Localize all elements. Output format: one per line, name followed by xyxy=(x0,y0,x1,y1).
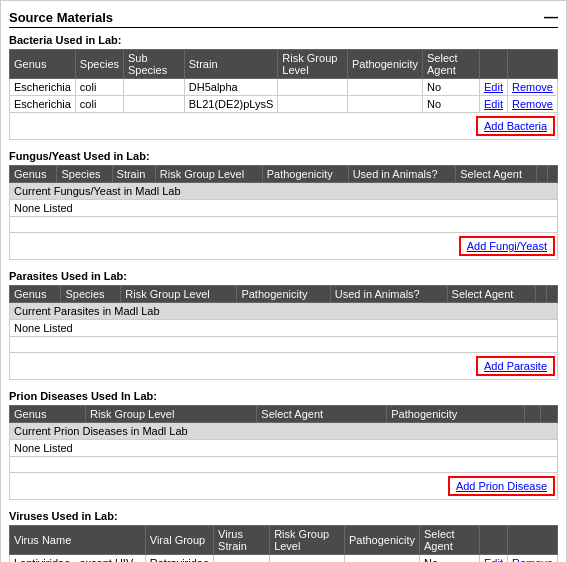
add-fungi-button[interactable]: Add Fungi/Yeast xyxy=(459,236,555,256)
virus-edit-1[interactable]: Edit xyxy=(480,555,508,563)
viruses-col-e1 xyxy=(480,526,508,555)
parasites-header-row: Genus Species Risk Group Level Pathogeni… xyxy=(10,286,558,303)
add-prion-button[interactable]: Add Prion Disease xyxy=(448,476,555,496)
fungi-col-genus: Genus xyxy=(10,166,57,183)
bacteria-add-row: Add Bacteria xyxy=(10,113,558,140)
bacteria-path-2 xyxy=(347,96,422,113)
bacteria-edit-1[interactable]: Edit xyxy=(480,79,508,96)
prion-col-risk: Risk Group Level xyxy=(86,406,257,423)
fungi-col-risk: Risk Group Level xyxy=(155,166,262,183)
parasites-col-e2 xyxy=(546,286,557,303)
parasites-add-cell: Add Parasite xyxy=(10,353,558,380)
parasites-current-label: Current Parasites in Madl Lab xyxy=(10,303,558,320)
prion-empty-row xyxy=(10,457,558,473)
bacteria-col-species: Species xyxy=(75,50,123,79)
viruses-header-row: Virus Name Viral Group Virus Strain Risk… xyxy=(10,526,558,555)
bacteria-risk-2 xyxy=(278,96,348,113)
fungi-section-title: Fungus/Yeast Used in Lab: xyxy=(9,150,558,162)
bacteria-risk-1 xyxy=(278,79,348,96)
virus-remove-1[interactable]: Remove xyxy=(507,555,557,563)
bacteria-col-path: Pathogenicity xyxy=(347,50,422,79)
bacteria-genus-2: Escherichia xyxy=(10,96,76,113)
table-row: Escherichia coli DH5alpha No Edit Remove xyxy=(10,79,558,96)
prion-section: Prion Diseases Used In Lab: Genus Risk G… xyxy=(9,390,558,500)
parasites-empty-row xyxy=(10,337,558,353)
parasites-section: Parasites Used in Lab: Genus Species Ris… xyxy=(9,270,558,380)
virus-path-1 xyxy=(344,555,419,563)
prion-col-select: Select Agent xyxy=(257,406,387,423)
viruses-col-e2 xyxy=(507,526,557,555)
bacteria-section-title: Bacteria Used in Lab: xyxy=(9,34,558,46)
fungi-empty-cell xyxy=(10,217,558,233)
fungi-table: Genus Species Strain Risk Group Level Pa… xyxy=(9,165,558,260)
bacteria-remove-1[interactable]: Remove xyxy=(508,79,558,96)
table-row: Lentiviridae , except HIV-1 and HI Retro… xyxy=(10,555,558,563)
add-bacteria-button[interactable]: Add Bacteria xyxy=(476,116,555,136)
prion-header-row: Genus Risk Group Level Select Agent Path… xyxy=(10,406,558,423)
bacteria-select-1: No xyxy=(423,79,480,96)
prion-col-genus: Genus xyxy=(10,406,86,423)
table-row: Escherichia coli BL21(DE2)pLysS No Edit … xyxy=(10,96,558,113)
bacteria-col-sub: Sub Species xyxy=(124,50,185,79)
virus-risk-1 xyxy=(270,555,345,563)
bacteria-col-remove xyxy=(508,50,558,79)
prion-col-e1 xyxy=(524,406,541,423)
bacteria-sub-2 xyxy=(124,96,185,113)
bacteria-col-edit xyxy=(480,50,508,79)
prion-current-row: Current Prion Diseases in Madl Lab xyxy=(10,423,558,440)
viruses-col-select: Select Agent xyxy=(420,526,480,555)
prion-add-row: Add Prion Disease xyxy=(10,473,558,500)
bacteria-edit-2[interactable]: Edit xyxy=(480,96,508,113)
viruses-col-name: Virus Name xyxy=(10,526,146,555)
add-parasite-button[interactable]: Add Parasite xyxy=(476,356,555,376)
prion-none-label: None Listed xyxy=(10,440,558,457)
fungi-header-row: Genus Species Strain Risk Group Level Pa… xyxy=(10,166,558,183)
viruses-section-title: Viruses Used in Lab: xyxy=(9,510,558,522)
bacteria-table: Genus Species Sub Species Strain Risk Gr… xyxy=(9,49,558,140)
virus-group-1: Retroviridae xyxy=(145,555,213,563)
fungi-add-row: Add Fungi/Yeast xyxy=(10,233,558,260)
parasites-none-label: None Listed xyxy=(10,320,558,337)
fungi-col-e2 xyxy=(547,166,557,183)
viruses-table: Virus Name Viral Group Virus Strain Risk… xyxy=(9,525,558,562)
prion-empty-cell xyxy=(10,457,558,473)
virus-select-1: No xyxy=(420,555,480,563)
parasites-none-row: None Listed xyxy=(10,320,558,337)
fungi-col-strain: Strain xyxy=(112,166,155,183)
bacteria-remove-2[interactable]: Remove xyxy=(508,96,558,113)
parasites-col-genus: Genus xyxy=(10,286,61,303)
fungi-section: Fungus/Yeast Used in Lab: Genus Species … xyxy=(9,150,558,260)
parasites-empty-cell xyxy=(10,337,558,353)
viruses-section: Viruses Used in Lab: Virus Name Viral Gr… xyxy=(9,510,558,562)
bacteria-path-1 xyxy=(347,79,422,96)
source-materials-panel: Source Materials — Bacteria Used in Lab:… xyxy=(0,0,567,562)
bacteria-col-select: Select Agent xyxy=(423,50,480,79)
bacteria-col-genus: Genus xyxy=(10,50,76,79)
bacteria-section: Bacteria Used in Lab: Genus Species Sub … xyxy=(9,34,558,140)
fungi-current-label: Current Fungus/Yeast in Madl Lab xyxy=(10,183,558,200)
panel-title: Source Materials xyxy=(9,10,113,25)
fungi-none-label: None Listed xyxy=(10,200,558,217)
parasites-col-species: Species xyxy=(61,286,121,303)
fungi-col-species: Species xyxy=(57,166,112,183)
prion-table: Genus Risk Group Level Select Agent Path… xyxy=(9,405,558,500)
bacteria-strain-2: BL21(DE2)pLysS xyxy=(184,96,278,113)
fungi-col-select: Select Agent xyxy=(456,166,537,183)
bacteria-sub-1 xyxy=(124,79,185,96)
bacteria-col-strain: Strain xyxy=(184,50,278,79)
panel-header: Source Materials — xyxy=(9,9,558,28)
bacteria-genus-1: Escherichia xyxy=(10,79,76,96)
bacteria-col-risk: Risk Group Level xyxy=(278,50,348,79)
prion-section-title: Prion Diseases Used In Lab: xyxy=(9,390,558,402)
fungi-col-animals: Used in Animals? xyxy=(348,166,456,183)
bacteria-strain-1: DH5alpha xyxy=(184,79,278,96)
bacteria-add-cell: Add Bacteria xyxy=(10,113,558,140)
parasites-table: Genus Species Risk Group Level Pathogeni… xyxy=(9,285,558,380)
prion-add-cell: Add Prion Disease xyxy=(10,473,558,500)
bacteria-select-2: No xyxy=(423,96,480,113)
prion-none-row: None Listed xyxy=(10,440,558,457)
viruses-col-risk: Risk Group Level xyxy=(270,526,345,555)
collapse-button[interactable]: — xyxy=(544,9,558,25)
prion-current-label: Current Prion Diseases in Madl Lab xyxy=(10,423,558,440)
parasites-col-path: Pathogenicity xyxy=(237,286,330,303)
